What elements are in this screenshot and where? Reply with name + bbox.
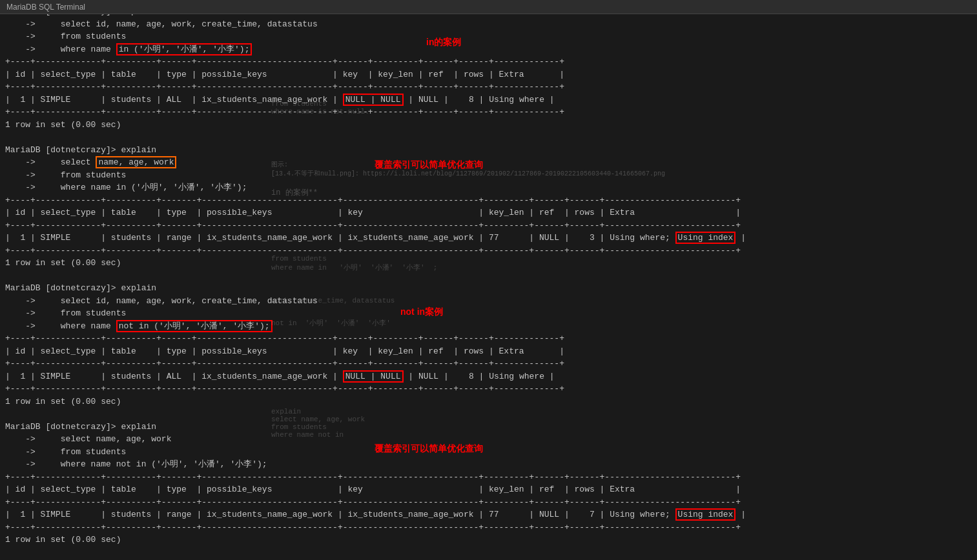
from-line-4: -> from students	[0, 446, 977, 459]
table-data-2: | 1 | SIMPLE | students | range | ix_stu…	[0, 232, 977, 245]
empty-2	[0, 270, 977, 283]
rowcount-1: 1 row in set (0.00 sec)	[0, 119, 977, 132]
table-data-4: | 1 | SIMPLE | students | range | ix_stu…	[0, 508, 977, 521]
table-divider-4c: +----+-------------+----------+-------+-…	[0, 521, 977, 534]
using-index-2: Using index	[675, 232, 736, 244]
from-line-3: -> from students	[0, 307, 977, 320]
prompt-3: MariaDB [dotnetcrazy]> explain	[0, 282, 977, 295]
select-line-2: -> select name, age, work	[0, 156, 977, 169]
table-divider-2c: +----+-------------+----------+-------+-…	[0, 245, 977, 257]
table-divider-3b: +----+-------------+----------+------+--…	[0, 357, 977, 370]
where-line-2: -> where name in ('小明', '小潘', '小李');	[0, 181, 977, 194]
table-divider-2a: +----+-------------+----------+-------+-…	[0, 194, 977, 207]
table-header-3: | id | select_type | table | type | poss…	[0, 345, 977, 358]
in-highlight-1: in ('小明', '小潘', '小李');	[116, 43, 252, 55]
table-header-2: | id | select_type | table | type | poss…	[0, 206, 977, 219]
select-line-1: -> select id, name, age, work, create_ti…	[0, 18, 977, 31]
header-title: MariaDB SQL Terminal	[6, 3, 85, 12]
where-line-1: -> where name in ('小明', '小潘', '小李');	[0, 43, 977, 56]
empty-1	[0, 131, 977, 144]
using-index-4: Using index	[675, 508, 736, 521]
rowcount-4: 1 row in set (0.00 sec)	[0, 534, 977, 546]
prompt-2: MariaDB [dotnetcrazy]> explain	[0, 144, 977, 157]
select-highlight-2: name, age, work	[96, 156, 176, 168]
table-data-1: | 1 | SIMPLE | students | ALL | ix_stude…	[0, 94, 977, 106]
from-line-2: -> from students	[0, 169, 977, 182]
table-divider-3c: +----+-------------+----------+------+--…	[0, 383, 977, 395]
table-divider-1a: +----+-------------+----------+------+--…	[0, 55, 977, 68]
not-in-highlight-3: not in ('小明', '小潘', '小李');	[116, 320, 273, 332]
prompt-4: MariaDB [dotnetcrazy]> explain	[0, 421, 977, 434]
table-header-1: | id | select_type | table | type | poss…	[0, 68, 977, 81]
select-line-4: -> select name, age, work	[0, 433, 977, 446]
table-divider-1c: +----+-------------+----------+------+--…	[0, 106, 977, 119]
table-divider-3a: +----+-------------+----------+------+--…	[0, 332, 977, 345]
rowcount-2: 1 row in set (0.00 sec)	[0, 257, 977, 270]
table-divider-4b: +----+-------------+----------+-------+-…	[0, 496, 977, 509]
table-data-3: | 1 | SIMPLE | students | ALL | ix_stude…	[0, 370, 977, 383]
select-line-3: -> select id, name, age, work, create_ti…	[0, 295, 977, 308]
terminal-container: MariaDB [dotnetcrazy]> explain -> select…	[0, 0, 977, 552]
from-line-1: -> from students	[0, 30, 977, 43]
empty-3	[0, 408, 977, 421]
where-line-3: -> where name not in ('小明', '小潘', '小李');	[0, 320, 977, 333]
table-divider-1b: +----+-------------+----------+------+--…	[0, 81, 977, 94]
table-header-4: | id | select_type | table | type | poss…	[0, 483, 977, 496]
null-highlight-3: NULL | NULL	[343, 370, 404, 383]
header-bar: MariaDB SQL Terminal	[0, 0, 977, 14]
rowcount-3: 1 row in set (0.00 sec)	[0, 395, 977, 408]
table-divider-2b: +----+-------------+----------+-------+-…	[0, 219, 977, 232]
where-line-4: -> where name not in ('小明', '小潘', '小李');	[0, 458, 977, 471]
table-divider-4a: +----+-------------+----------+-------+-…	[0, 471, 977, 484]
null-highlight-1: NULL | NULL	[343, 94, 404, 106]
